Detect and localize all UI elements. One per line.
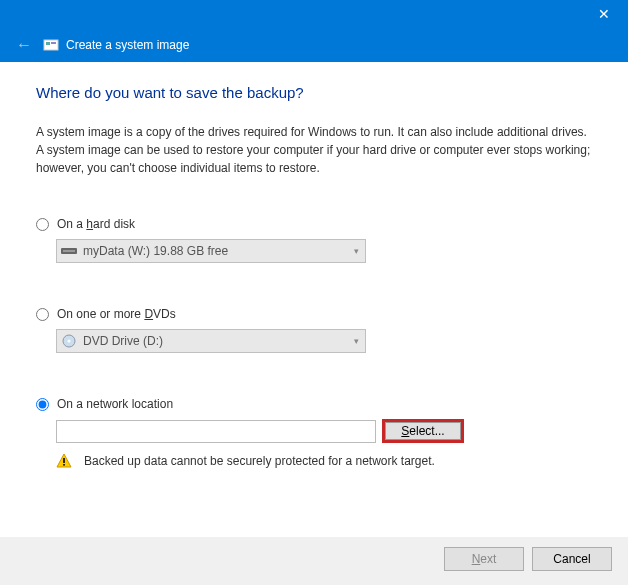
svg-rect-1 — [46, 42, 50, 45]
dvd-combo-text: DVD Drive (D:) — [83, 334, 163, 348]
radio-dvd[interactable] — [36, 308, 49, 321]
footer: Next Cancel — [0, 537, 628, 585]
content-area: Where do you want to save the backup? A … — [0, 62, 628, 537]
network-warning: Backed up data cannot be securely protec… — [56, 453, 592, 469]
select-button[interactable]: SSelect...elect... — [382, 419, 464, 443]
svg-rect-9 — [63, 464, 65, 466]
option-dvd: On one or more DVDs DVD Drive (D:) ▾ — [36, 307, 592, 353]
header-bar: ← Create a system image — [0, 28, 628, 62]
page-description: A system image is a copy of the drives r… — [36, 123, 592, 177]
harddisk-icon — [61, 243, 77, 259]
close-icon: ✕ — [598, 6, 610, 22]
close-button[interactable]: ✕ — [584, 0, 624, 28]
svg-rect-8 — [63, 458, 65, 463]
system-image-wizard: ✕ ← Create a system image Where do you w… — [0, 0, 628, 585]
svg-rect-4 — [63, 250, 75, 252]
svg-point-6 — [68, 340, 71, 343]
radio-harddisk-label: On a hard disk — [57, 217, 135, 231]
chevron-down-icon: ▾ — [354, 246, 359, 256]
radio-network[interactable] — [36, 398, 49, 411]
option-network: On a network location SSelect...elect...… — [36, 397, 592, 469]
warning-icon — [56, 453, 72, 469]
radio-harddisk[interactable] — [36, 218, 49, 231]
network-input-row: SSelect...elect... — [56, 419, 592, 443]
radio-dvd-label: On one or more DVDs — [57, 307, 176, 321]
harddisk-combo-text: myData (W:) 19.88 GB free — [83, 244, 228, 258]
cancel-button[interactable]: Cancel — [532, 547, 612, 571]
arrow-left-icon: ← — [16, 36, 32, 54]
system-image-icon — [42, 36, 60, 54]
window-title: Create a system image — [66, 38, 189, 52]
radio-dvd-row[interactable]: On one or more DVDs — [36, 307, 592, 321]
chevron-down-icon: ▾ — [354, 336, 359, 346]
network-warning-text: Backed up data cannot be securely protec… — [84, 454, 435, 468]
radio-network-row[interactable]: On a network location — [36, 397, 592, 411]
titlebar: ✕ — [0, 0, 628, 28]
page-heading: Where do you want to save the backup? — [36, 84, 592, 101]
harddisk-combo[interactable]: myData (W:) 19.88 GB free ▾ — [56, 239, 366, 263]
radio-harddisk-row[interactable]: On a hard disk — [36, 217, 592, 231]
dvd-icon — [61, 333, 77, 349]
dvd-combo[interactable]: DVD Drive (D:) ▾ — [56, 329, 366, 353]
back-button[interactable]: ← — [10, 31, 38, 59]
radio-network-label: On a network location — [57, 397, 173, 411]
svg-rect-2 — [51, 42, 56, 44]
network-path-input[interactable] — [56, 420, 376, 443]
option-harddisk: On a hard disk myData (W:) 19.88 GB free… — [36, 217, 592, 263]
next-button[interactable]: Next — [444, 547, 524, 571]
